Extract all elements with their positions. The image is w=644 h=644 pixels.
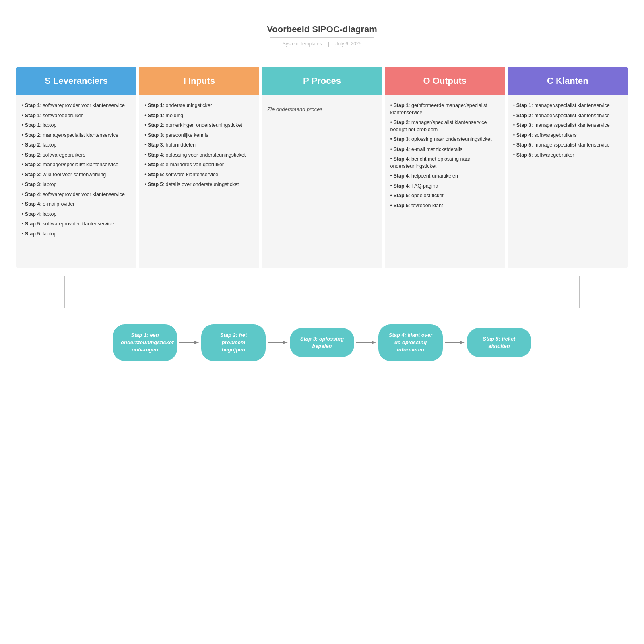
list-item: Stap 2: softwaregebruikers [22, 152, 131, 159]
col-body-italic-p: Zie onderstaand proces [267, 102, 376, 112]
list-item: Stap 1: manager/specialist klantenservic… [513, 102, 622, 109]
process-arrow [177, 339, 201, 347]
list-item: Stap 5: manager/specialist klantenservic… [513, 142, 622, 149]
list-item: Stap 1: melding [144, 112, 254, 120]
process-step-1: Stap 1: een ondersteuningsticket ontvang… [113, 324, 177, 361]
svg-marker-4 [194, 341, 199, 344]
svg-marker-6 [283, 341, 288, 344]
list-item: Stap 4: e-mailadres van gebruiker [144, 161, 254, 169]
list-item: Stap 5: softwareprovider klantenservice [22, 221, 131, 228]
process-step-2: Stap 2: het probleem begrijpen [201, 324, 266, 361]
col-body-c: Stap 1: manager/specialist klantenservic… [508, 95, 628, 268]
page-header: Voorbeeld SIPOC-diagram System Templates… [16, 24, 628, 47]
list-item: Stap 1: softwaregebruiker [22, 112, 131, 120]
list-item: Stap 3: laptop [22, 181, 131, 188]
title-underline [270, 37, 374, 38]
process-arrow [443, 339, 467, 347]
list-item: Stap 5: tevreden klant [390, 202, 500, 210]
process-flow: Stap 1: een ondersteuningsticket ontvang… [16, 316, 628, 369]
list-item: Stap 3: manager/specialist klantenservic… [22, 161, 131, 169]
sipoc-col-s: S LeveranciersStap 1: softwareprovider v… [16, 67, 136, 268]
col-header-i: I Inputs [139, 67, 259, 95]
svg-marker-8 [372, 341, 376, 344]
page-title: Voorbeeld SIPOC-diagram [16, 24, 628, 35]
col-body-o: Stap 1: geïnformeerde manager/specialist… [385, 95, 505, 268]
list-item: Stap 2: manager/specialist klantenservic… [390, 119, 500, 133]
list-item: Stap 5: details over ondersteuningsticke… [144, 181, 254, 188]
list-item: Stap 1: laptop [22, 122, 131, 129]
svg-marker-10 [460, 341, 465, 344]
list-item: Stap 5: laptop [22, 231, 131, 238]
list-item: Stap 4: bericht met oplossing naar onder… [390, 156, 500, 170]
col-body-i: Stap 1: ondersteuningsticketStap 1: meld… [139, 95, 259, 268]
list-item: Stap 5: software klantenservice [144, 171, 254, 179]
list-item: Stap 5: softwaregebruiker [513, 152, 622, 159]
process-section: Stap 1: een ondersteuningsticket ontvang… [16, 276, 628, 369]
list-item: Stap 1: softwareprovider voor klantenser… [22, 102, 131, 109]
meta-separator: | [328, 41, 329, 47]
sipoc-table: S LeveranciersStap 1: softwareprovider v… [16, 67, 628, 268]
list-item: Stap 2: manager/specialist klantenservic… [22, 132, 131, 139]
process-step-5: Stap 5: ticket afsluiten [467, 328, 531, 357]
col-header-c: C Klanten [508, 67, 628, 95]
list-item: Stap 4: softwareprovider voor klantenser… [22, 191, 131, 198]
list-item: Stap 2: opmerkingen ondersteuningsticket [144, 122, 254, 129]
list-item: Stap 4: softwaregebruikers [513, 132, 622, 139]
process-arrow [354, 339, 378, 347]
list-item: Stap 4: oplossing voor ondersteuningstic… [144, 152, 254, 159]
sipoc-col-i: I InputsStap 1: ondersteuningsticketStap… [139, 67, 259, 268]
sipoc-col-o: O OutputsStap 1: geïnformeerde manager/s… [385, 67, 505, 268]
col-header-p: P Proces [262, 67, 382, 95]
page-date: July 6, 2025 [335, 41, 361, 47]
list-item: Stap 4: e-mail met ticketdetails [390, 146, 500, 153]
list-item: Stap 4: laptop [22, 211, 131, 218]
process-step-4: Stap 4: klant over de oplossing informer… [378, 324, 443, 361]
list-item: Stap 2: laptop [22, 142, 131, 149]
list-item: Stap 3: hulpmiddelen [144, 142, 254, 149]
col-header-s: S Leveranciers [16, 67, 136, 95]
list-item: Stap 4: e-mailprovider [22, 201, 131, 208]
col-body-s: Stap 1: softwareprovider voor klantenser… [16, 95, 136, 268]
process-arrow [266, 339, 290, 347]
process-step-3: Stap 3: oplossing bepalen [290, 328, 354, 357]
sipoc-col-p: P ProcesZie onderstaand proces [262, 67, 382, 268]
list-item: Stap 2: manager/specialist klantenservic… [513, 112, 622, 120]
connector-lines [16, 276, 628, 308]
col-header-o: O Outputs [385, 67, 505, 95]
list-item: Stap 3: persoonlijke kennis [144, 132, 254, 139]
page-source: System Templates [283, 41, 322, 47]
list-item: Stap 1: geïnformeerde manager/specialist… [390, 102, 500, 116]
col-body-p: Zie onderstaand proces [262, 95, 382, 268]
list-item: Stap 3: manager/specialist klantenservic… [513, 122, 622, 129]
sipoc-col-c: C KlantenStap 1: manager/specialist klan… [508, 67, 628, 268]
list-item: Stap 1: ondersteuningsticket [144, 102, 254, 109]
page-meta: System Templates | July 6, 2025 [16, 41, 628, 47]
list-item: Stap 3: wiki-tool voor samenwerking [22, 171, 131, 179]
list-item: Stap 5: opgelost ticket [390, 192, 500, 200]
list-item: Stap 4: FAQ-pagina [390, 183, 500, 190]
list-item: Stap 4: helpcentrumartikelen [390, 173, 500, 180]
list-item: Stap 3: oplossing naar ondersteuningstic… [390, 136, 500, 143]
